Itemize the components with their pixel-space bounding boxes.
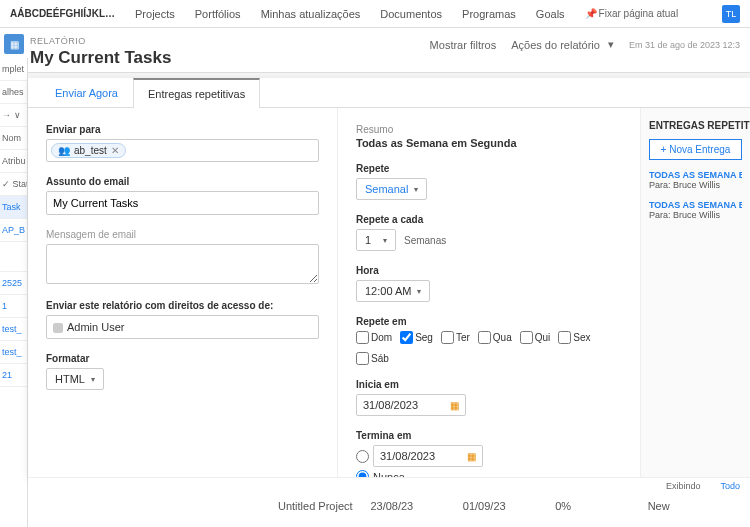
nav-programs[interactable]: Programas	[462, 8, 516, 20]
report-header: ▦ RELATÓRIO My Current Tasks Mostrar fil…	[0, 28, 750, 73]
nav-documents[interactable]: Documentos	[380, 8, 442, 20]
nav-updates[interactable]: Minhas atualizações	[261, 8, 361, 20]
avatar[interactable]: TL	[722, 5, 740, 23]
leftcol-item[interactable]: mplet	[0, 58, 27, 73]
nav-goals[interactable]: Goals	[536, 8, 565, 20]
header-timestamp: Em 31 de ago de 2023 12:3	[629, 40, 740, 50]
left-column: mplet alhes → ∨ Nom Atribu ✓ Stat Task A…	[0, 58, 28, 73]
pin-label: Fixar página atual	[599, 8, 679, 19]
brand: AÁBCDEÉFGHIÍJKL…	[10, 8, 115, 19]
nav-portfolios[interactable]: Portfólios	[195, 8, 241, 20]
nav-projects[interactable]: Projects	[135, 8, 175, 20]
chevron-down-icon: ▾	[608, 38, 614, 51]
report-actions[interactable]: Ações do relatório ▾	[511, 38, 614, 51]
report-icon: ▦	[4, 34, 24, 54]
header-title: My Current Tasks	[30, 48, 730, 68]
pin-page[interactable]: 📌 Fixar página atual	[585, 8, 679, 19]
top-nav: AÁBCDEÉFGHIÍJKL… Projects Portfólios Min…	[0, 0, 750, 28]
show-filters[interactable]: Mostrar filtros	[430, 39, 497, 51]
